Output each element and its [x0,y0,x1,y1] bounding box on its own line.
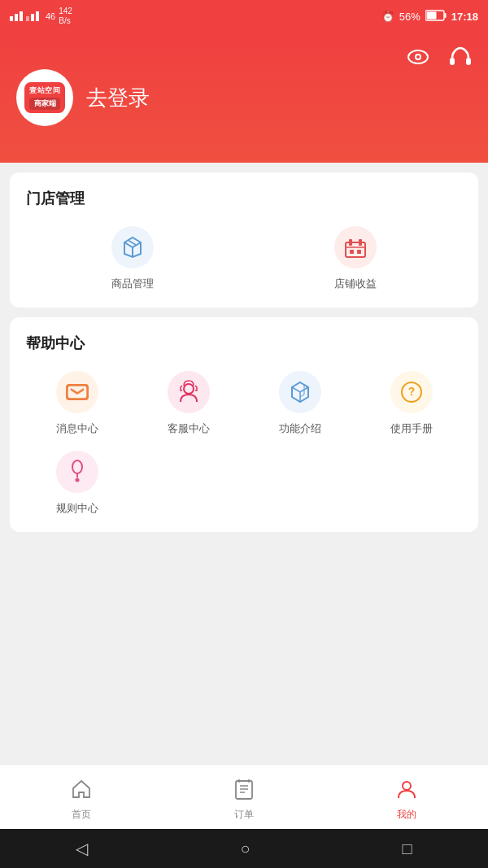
customer-service-icon-wrapper [166,369,211,415]
svg-rect-13 [466,58,471,65]
status-right: ⏰ 56% 17:18 [381,10,478,24]
header-actions [403,42,475,72]
help-extra-grid: 规则中心 [26,449,462,516]
android-nav-bar: ◁ ○ □ [0,829,488,868]
user-manual-item[interactable]: ? 使用手册 [360,369,462,436]
message-center-item[interactable]: 消息中心 [26,369,128,436]
status-bar: 46 142B/s ⏰ 56% 17:18 [0,0,488,33]
svg-rect-2 [20,11,23,21]
logo-line1: 壹站空间 [29,85,60,96]
main-content: 门店管理 商品管理 [0,163,488,764]
product-management-label: 商品管理 [111,277,154,291]
help-center-grid: 消息中心 客服中心 [26,369,462,436]
back-button[interactable]: ◁ [76,839,88,858]
message-center-icon-wrapper [54,369,100,415]
product-management-icon-wrapper [110,225,155,270]
bottom-nav: 首页 订单 我的 [0,764,488,829]
store-management-grid: 商品管理 店铺收益 [26,225,462,291]
svg-rect-18 [359,239,362,246]
login-text[interactable]: 去登录 [86,84,150,112]
store-revenue-item[interactable]: 店铺收益 [249,225,462,291]
nav-orders-label: 订单 [234,808,254,822]
recent-button[interactable]: □ [402,840,412,858]
rules-center-icon-wrapper [54,449,100,495]
svg-rect-1 [15,14,18,21]
logo-line2: 商家端 [29,98,60,110]
store-management-card: 门店管理 商品管理 [10,172,478,308]
svg-rect-8 [426,11,436,19]
data-speed: 142B/s [59,7,72,26]
svg-rect-7 [444,13,446,18]
help-center-title: 帮助中心 [26,334,462,353]
product-management-item[interactable]: 商品管理 [26,225,239,291]
nav-home-label: 首页 [72,808,91,822]
svg-rect-20 [350,250,354,254]
time-display: 17:18 [451,11,478,23]
headphone-button[interactable] [446,42,475,72]
message-center-label: 消息中心 [56,421,98,436]
network-type: 46 [46,11,55,21]
feature-intro-item[interactable]: 功能介绍 [249,369,351,436]
svg-rect-37 [236,781,252,799]
battery-icon [425,10,447,24]
svg-point-41 [403,782,411,790]
store-revenue-icon-wrapper [333,225,378,270]
user-manual-icon-wrapper: ? [389,369,434,415]
nav-mine-label: 我的 [397,808,416,822]
app-logo: 壹站空间 商家端 [16,69,73,126]
svg-rect-17 [349,239,352,246]
orders-icon [234,779,254,805]
alarm-icon: ⏰ [381,11,394,23]
svg-rect-0 [10,16,13,21]
customer-service-item[interactable]: 客服中心 [137,369,239,436]
svg-point-35 [75,478,79,482]
svg-rect-12 [450,58,455,65]
eye-button[interactable] [403,42,433,72]
help-center-card: 帮助中心 消息中心 [10,317,478,532]
customer-service-label: 客服中心 [168,421,210,436]
svg-rect-3 [26,16,29,21]
header: 壹站空间 商家端 去登录 [0,33,488,163]
feature-intro-label: 功能介绍 [279,421,321,436]
status-left: 46 142B/s [10,7,72,26]
svg-point-33 [56,451,98,493]
store-management-title: 门店管理 [26,189,462,208]
home-icon [71,779,92,805]
svg-point-11 [416,55,420,59]
nav-home[interactable]: 首页 [0,772,163,822]
svg-rect-5 [36,11,39,21]
svg-text:?: ? [407,385,415,398]
user-manual-label: 使用手册 [390,421,433,436]
nav-orders[interactable]: 订单 [163,772,325,822]
store-revenue-label: 店铺收益 [334,277,377,291]
rules-center-item[interactable]: 规则中心 [26,449,128,516]
svg-rect-4 [31,14,34,21]
battery-text: 56% [399,11,420,23]
home-button[interactable]: ○ [240,840,250,858]
signal-icon [10,10,42,23]
svg-point-27 [168,371,210,413]
feature-intro-icon-wrapper [277,369,323,415]
rules-center-label: 规则中心 [56,501,98,516]
mine-icon [396,779,417,805]
nav-mine[interactable]: 我的 [325,772,488,822]
svg-rect-21 [357,250,361,254]
